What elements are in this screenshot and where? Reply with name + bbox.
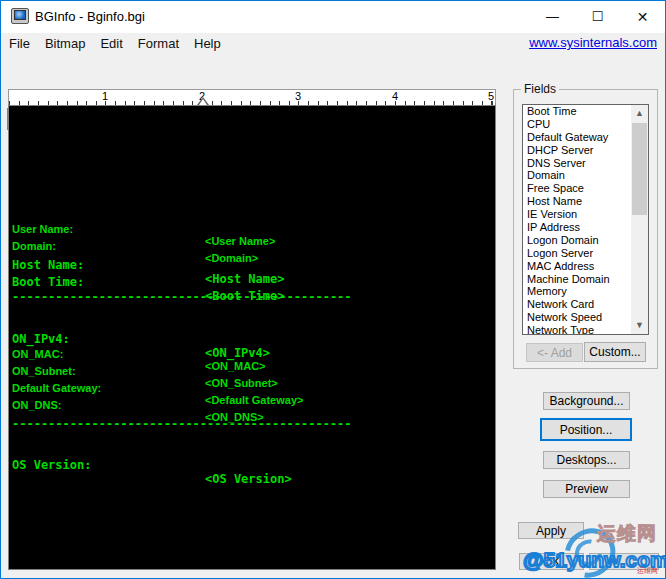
scroll-down-icon[interactable]: ▼ — [631, 317, 648, 334]
preview-row: Boot Time: <Boot Time> — [9, 261, 495, 317]
close-button[interactable]: ✕ — [620, 1, 665, 33]
tab-stop-marker[interactable] — [197, 97, 209, 105]
minimize-button[interactable]: — — [530, 1, 575, 33]
ruler[interactable]: 1 2 3 4 5 — [8, 89, 496, 106]
field-list-item[interactable]: Network Card — [523, 298, 631, 311]
field-list-item[interactable]: Memory — [523, 285, 631, 298]
ruler-number: 1 — [102, 90, 108, 102]
field-value: <OS Version> — [205, 472, 292, 486]
field-label: OS Version: — [12, 458, 91, 472]
scrollbar-thumb[interactable] — [632, 123, 647, 215]
watermark-site-name: 运维网 — [597, 521, 657, 547]
field-list-item[interactable]: Network Type — [523, 324, 631, 335]
menubar: File Bitmap Edit Format Help www.sysinte… — [1, 33, 665, 53]
custom-button[interactable]: Custom... — [584, 342, 646, 362]
sysinternals-link[interactable]: www.sysinternals.com — [529, 35, 657, 50]
ruler-number: 4 — [392, 90, 398, 102]
app-icon — [11, 8, 29, 24]
ruler-number: 5 — [488, 90, 494, 102]
field-list-item[interactable]: CPU — [523, 118, 631, 131]
monitor-icon — [14, 10, 26, 20]
titlebar: BGInfo - Bginfo.bgi — ☐ ✕ — [1, 1, 665, 33]
preview-row: OS Version: <OS Version> — [9, 444, 495, 500]
field-list-item[interactable]: DNS Server — [523, 157, 631, 170]
scroll-up-icon[interactable]: ▲ — [631, 105, 648, 122]
background-text-editor[interactable]: User Name: <User Name> Domain: <Domain> … — [8, 105, 496, 570]
fields-group: Fields Boot TimeCPUDefault GatewayDHCP S… — [513, 89, 658, 369]
menu-help[interactable]: Help — [194, 36, 221, 51]
field-list-item[interactable]: Machine Domain — [523, 273, 631, 286]
desktops-button[interactable]: Desktops... — [543, 451, 630, 469]
window-title: BGInfo - Bginfo.bgi — [35, 9, 145, 24]
ok-button[interactable]: OK — [519, 553, 584, 570]
field-list-item[interactable]: Free Space — [523, 182, 631, 195]
field-label: Boot Time: — [12, 275, 84, 289]
field-list-item[interactable]: MAC Address — [523, 260, 631, 273]
add-field-button[interactable]: <- Add — [526, 343, 583, 362]
menu-edit[interactable]: Edit — [100, 36, 122, 51]
fields-items: Boot TimeCPUDefault GatewayDHCP ServerDN… — [523, 105, 631, 335]
field-list-item[interactable]: IP Address — [523, 221, 631, 234]
preview-button[interactable]: Preview — [543, 480, 630, 498]
field-list-item[interactable]: Logon Domain — [523, 234, 631, 247]
fields-listbox[interactable]: Boot TimeCPUDefault GatewayDHCP ServerDN… — [522, 104, 649, 335]
maximize-button[interactable]: ☐ — [575, 1, 620, 33]
field-list-item[interactable]: Default Gateway — [523, 131, 631, 144]
field-list-item[interactable]: IE Version — [523, 208, 631, 221]
fields-group-label: Fields — [521, 82, 559, 96]
field-list-item[interactable]: DHCP Server — [523, 144, 631, 157]
field-list-item[interactable]: Boot Time — [523, 105, 631, 118]
field-list-item[interactable]: Domain — [523, 169, 631, 182]
field-list-item[interactable]: Host Name — [523, 195, 631, 208]
bginfo-window: BGInfo - Bginfo.bgi — ☐ ✕ File Bitmap Ed… — [0, 0, 666, 579]
divider-line: ----------------------------------------… — [12, 290, 352, 304]
position-button[interactable]: Position... — [540, 418, 632, 441]
toolbar: Arial ˅ 8 ˅ B I U A — [1, 53, 665, 87]
menu-format[interactable]: Format — [138, 36, 179, 51]
menu-file[interactable]: File — [9, 36, 30, 51]
field-list-item[interactable]: Network Speed — [523, 311, 631, 324]
cancel-button[interactable] — [589, 553, 659, 570]
fields-scrollbar[interactable]: ▲ ▼ — [631, 105, 648, 334]
menu-bitmap[interactable]: Bitmap — [45, 36, 85, 51]
apply-button[interactable]: Apply — [518, 522, 584, 539]
field-list-item[interactable]: Logon Server — [523, 247, 631, 260]
background-button[interactable]: Background... — [543, 392, 630, 410]
field-label: ON_DNS: — [12, 399, 62, 411]
ruler-number: 3 — [295, 90, 301, 102]
divider-line: ----------------------------------------… — [12, 417, 352, 431]
